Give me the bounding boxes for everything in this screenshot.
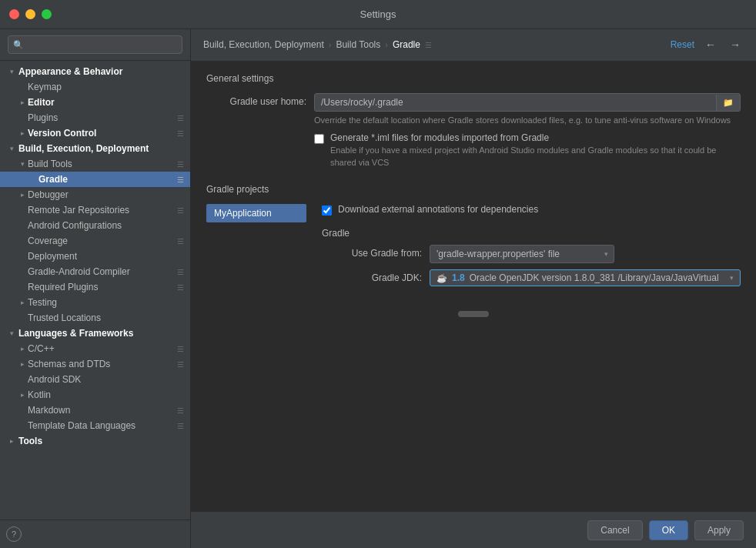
sidebar-item-kotlin[interactable]: ▸ Kotlin <box>0 387 190 403</box>
sidebar-item-label: Keymap <box>28 82 62 92</box>
generate-iml-checkbox-row: Generate *.iml files for modules importe… <box>314 132 741 169</box>
breadcrumb-separator-1: › <box>329 40 332 49</box>
sidebar-item-gradle[interactable]: ▸ Gradle ☰ <box>0 172 190 187</box>
minimize-button[interactable] <box>25 9 35 19</box>
apply-button[interactable]: Apply <box>694 520 744 540</box>
download-annotations-checkbox[interactable] <box>322 206 332 216</box>
sidebar-item-label: Build Tools <box>28 159 72 169</box>
gradle-jdk-row: Gradle JDK: ☕ 1.8 Oracle OpenJDK version… <box>322 269 741 286</box>
gradle-user-home-input[interactable] <box>315 94 716 111</box>
folder-browse-button[interactable]: 📁 <box>716 95 740 111</box>
sync-icon: ☰ <box>177 345 184 353</box>
sidebar-item-gradle-android-compiler[interactable]: ▸ Gradle-Android Compiler ☰ <box>0 264 190 279</box>
sidebar-item-android-configurations[interactable]: ▸ Android Configurations <box>0 218 190 233</box>
gradle-user-home-row: Gradle user home: 📁 Override the default… <box>206 93 741 126</box>
gradle-projects-layout: MyApplication Download external annotati… <box>206 204 741 296</box>
sidebar-item-label: Android SDK <box>28 374 81 385</box>
nav-forward-button[interactable]: → <box>727 37 744 52</box>
breadcrumb: Build, Execution, Deployment › Build Too… <box>203 39 432 50</box>
ok-button[interactable]: OK <box>649 520 688 540</box>
sidebar-item-template-data-languages[interactable]: ▸ Template Data Languages ☰ <box>0 418 190 433</box>
sidebar-item-label: Plugins <box>28 112 58 123</box>
sidebar-item-build-tools[interactable]: ▾ Build Tools ☰ <box>0 156 190 172</box>
sidebar-item-testing[interactable]: ▸ Testing <box>0 295 190 310</box>
close-button[interactable] <box>9 9 19 19</box>
gradle-jdk-select[interactable]: ☕ 1.8 Oracle OpenJDK version 1.8.0_381 /… <box>430 269 741 286</box>
search-input[interactable] <box>8 35 182 54</box>
sidebar-item-keymap[interactable]: ▸ Keymap <box>0 79 190 95</box>
sidebar-item-label: Schemas and DTDs <box>28 359 110 369</box>
sidebar-item-coverage[interactable]: ▸ Coverage ☰ <box>0 233 190 249</box>
content-body: General settings Gradle user home: 📁 Ove… <box>191 61 756 512</box>
cancel-button[interactable]: Cancel <box>587 520 642 540</box>
content-footer: Cancel OK Apply <box>191 512 756 548</box>
download-annotations-row: Download external annotations for depend… <box>322 204 741 216</box>
sidebar-item-label: C/C++ <box>28 343 55 354</box>
gradle-jdk-path: Oracle OpenJDK version 1.8.0_381 /Librar… <box>470 272 725 283</box>
sidebar-item-deployment[interactable]: ▸ Deployment <box>0 249 190 264</box>
project-item-myapplication[interactable]: MyApplication <box>206 204 306 222</box>
sync-icon: ☰ <box>177 283 184 292</box>
sidebar-item-markdown[interactable]: ▸ Markdown ☰ <box>0 403 190 418</box>
help-button[interactable]: ? <box>6 526 22 542</box>
gradle-user-home-input-wrap: 📁 <box>314 93 741 112</box>
jdk-dropdown-arrow-icon: ▾ <box>730 274 734 282</box>
sidebar-item-appearance-behavior[interactable]: ▾ Appearance & Behavior <box>0 64 190 79</box>
gradle-sub-section: Gradle Use Gradle from: 'gradle-wrapper.… <box>322 228 741 286</box>
sidebar-item-label: Build, Execution, Deployment <box>18 143 149 154</box>
use-gradle-from-select[interactable]: 'gradle-wrapper.properties' file Specifi… <box>430 245 614 263</box>
gradle-user-home-label: Gradle user home: <box>206 93 314 107</box>
sidebar-item-tools[interactable]: ▸ Tools <box>0 433 190 449</box>
sidebar-item-label: Markdown <box>28 405 70 416</box>
sidebar-item-trusted-locations[interactable]: ▸ Trusted Locations <box>0 310 190 326</box>
projects-list: MyApplication <box>206 204 306 296</box>
arrow-icon: ▸ <box>17 343 28 354</box>
window-controls[interactable] <box>9 9 52 19</box>
sidebar-item-version-control[interactable]: ▸ Version Control ☰ <box>0 125 190 141</box>
sidebar-item-languages-frameworks[interactable]: ▾ Languages & Frameworks <box>0 326 190 341</box>
sidebar-item-plugins[interactable]: ▸ Plugins ☰ <box>0 110 190 125</box>
sidebar-item-label: Remote Jar Repositories <box>28 205 129 216</box>
sync-icon: ☰ <box>177 422 184 430</box>
sidebar-search-area: 🔍 <box>0 29 190 61</box>
generate-iml-checkbox[interactable] <box>314 134 324 144</box>
arrow-icon: ▸ <box>17 359 28 369</box>
arrow-icon: ▸ <box>17 297 28 308</box>
sidebar-item-label: Testing <box>28 297 57 308</box>
sidebar-item-label: Editor <box>28 97 55 108</box>
sidebar-item-editor[interactable]: ▸ Editor <box>0 95 190 110</box>
gradle-jdk-control: ☕ 1.8 Oracle OpenJDK version 1.8.0_381 /… <box>430 269 741 286</box>
breadcrumb-item-3: Gradle <box>393 39 420 50</box>
use-gradle-from-label: Use Gradle from: <box>322 245 430 259</box>
scrollbar-area <box>206 311 741 317</box>
sidebar-item-label: Template Data Languages <box>28 420 135 431</box>
reset-button[interactable]: Reset <box>671 39 694 50</box>
breadcrumb-item-2: Build Tools <box>336 39 380 50</box>
use-gradle-from-select-container: 'gradle-wrapper.properties' file Specifi… <box>430 245 614 263</box>
sidebar-item-cpp[interactable]: ▸ C/C++ ☰ <box>0 341 190 356</box>
sidebar: 🔍 ▾ Appearance & Behavior ▸ Keymap ▸ Edi… <box>0 29 191 548</box>
sidebar-item-label: Version Control <box>28 128 96 139</box>
generate-iml-row: Generate *.iml files for modules importe… <box>206 132 741 175</box>
help-icon: ? <box>12 530 16 539</box>
sidebar-item-debugger[interactable]: ▸ Debugger <box>0 187 190 202</box>
sync-icon: ☰ <box>177 160 184 169</box>
arrow-icon: ▾ <box>17 159 28 169</box>
sidebar-item-build-execution-deployment[interactable]: ▾ Build, Execution, Deployment <box>0 141 190 156</box>
nav-back-button[interactable]: ← <box>702 37 719 52</box>
sidebar-item-label: Languages & Frameworks <box>18 328 133 339</box>
sidebar-item-required-plugins[interactable]: ▸ Required Plugins ☰ <box>0 279 190 295</box>
sync-icon: ☰ <box>177 114 184 122</box>
sidebar-item-android-sdk[interactable]: ▸ Android SDK <box>0 372 190 387</box>
sidebar-item-schemas-dtds[interactable]: ▸ Schemas and DTDs ☰ <box>0 356 190 372</box>
arrow-icon: ▾ <box>6 66 17 77</box>
breadcrumb-separator-2: › <box>385 40 388 49</box>
sidebar-item-remote-jar-repositories[interactable]: ▸ Remote Jar Repositories ☰ <box>0 202 190 218</box>
sidebar-item-label: Android Configurations <box>28 220 122 231</box>
sync-icon: ☰ <box>177 406 184 415</box>
horizontal-scrollbar[interactable] <box>458 311 489 317</box>
maximize-button[interactable] <box>42 9 52 19</box>
sidebar-item-label: Tools <box>18 436 42 446</box>
sync-icon: ☰ <box>177 237 184 246</box>
sync-icon: ☰ <box>177 360 184 369</box>
